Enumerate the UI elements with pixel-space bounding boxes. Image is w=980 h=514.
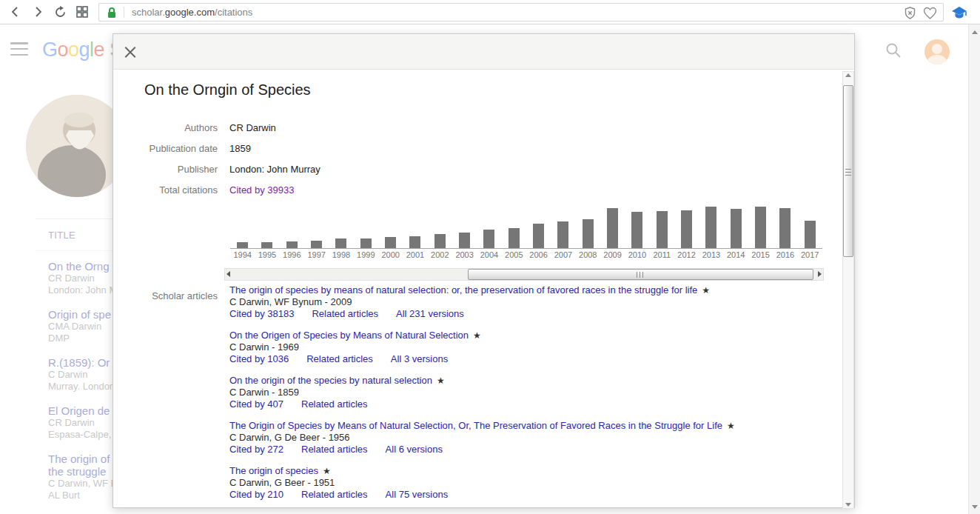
chart-bar-2002[interactable] [434,234,446,248]
article-title-link[interactable]: On the Origen of Species by Means of Nat… [229,330,469,341]
article-title-link[interactable]: The origin of species [229,465,318,476]
year-tick-label: 2007 [551,250,575,259]
chart-bar-2009[interactable] [607,208,618,248]
article-link[interactable]: Related articles [306,353,373,364]
year-tick-label: 2000 [378,250,403,259]
article-title-link[interactable]: The origin of species by means of natura… [229,284,697,296]
year-tick-label: 2012 [674,250,699,259]
scroll-right-icon[interactable] [818,271,822,277]
chart-bar-group [329,238,353,248]
article-link[interactable]: All 3 versions [391,353,448,364]
year-tick-label: 2011 [650,250,674,259]
save-star-icon[interactable]: ★ [437,376,445,386]
chart-bar-2007[interactable] [557,221,568,248]
total-citations-link[interactable]: Cited by 39933 [229,184,294,196]
screen: Google Sc TITLE On the Orng CR Darwin Lo… [0,0,980,514]
chart-bar-2015[interactable] [755,207,766,248]
back-button[interactable] [4,2,27,21]
article-link[interactable]: Cited by 272 [229,444,283,455]
publication-fields: AuthorsCR DarwinPublication date1859Publ… [113,117,320,200]
article-link[interactable]: All 75 versions [386,489,449,500]
publication-detail-modal: On the Orngin of Species AuthorsCR Darwi… [113,33,855,508]
chart-bar-2014[interactable] [731,209,742,248]
chart-bar-1999[interactable] [360,238,372,248]
chart-bar-2001[interactable] [409,236,420,248]
article-title-link[interactable]: The Origin of Species by Means of Natura… [229,420,722,431]
chart-bar-2000[interactable] [385,237,396,248]
chart-bar-2008[interactable] [583,219,594,248]
article-link[interactable]: Related articles [312,308,378,319]
chart-bar-2013[interactable] [705,207,716,248]
chart-bar-2010[interactable] [631,212,642,248]
save-star-icon[interactable]: ★ [473,330,481,341]
field-row: Publication date1859 [113,138,320,158]
bookmark-heart-icon[interactable] [923,7,937,20]
chart-bar-1994[interactable] [237,242,248,248]
article-link[interactable]: Cited by 1036 [229,353,289,364]
chart-bar-2006[interactable] [533,224,544,248]
article-links-row: Cited by 272Related articlesAll 6 versio… [229,444,755,455]
scroll-left-icon[interactable] [226,271,230,277]
article-title-line: The origin of species by means of natura… [229,284,755,296]
year-tick-label: 2010 [625,250,649,259]
scroll-down-icon[interactable] [969,501,980,513]
year-tick-label: 2006 [526,250,551,259]
chart-horizontal-scrollbar[interactable] [224,268,824,281]
horizontal-scrollbar-thumb[interactable] [468,269,813,280]
article-link[interactable]: Cited by 38183 [229,308,294,319]
save-star-icon[interactable]: ★ [323,466,331,476]
article-link[interactable]: All 231 versions [396,308,464,319]
year-tick-label: 2004 [477,250,501,259]
url-text[interactable]: scholar.google.com/citations [132,7,252,18]
article-link[interactable]: Related articles [301,444,368,455]
field-label: Publication date [113,143,218,154]
chart-bar-1997[interactable] [311,241,322,248]
save-star-icon[interactable]: ★ [727,421,735,431]
chart-bar-2004[interactable] [483,230,494,248]
tracking-protection-icon[interactable] [903,6,917,20]
reload-button[interactable] [49,2,71,21]
browser-page-scrollbar[interactable] [968,24,980,514]
chart-bar-1998[interactable] [335,238,346,248]
year-tick-label: 1995 [255,250,279,259]
article-link[interactable]: Cited by 407 [229,398,283,410]
year-tick-label: 2013 [699,250,723,259]
chart-bar-2016[interactable] [779,208,791,248]
article-byline: C Darwin, WF Bynum - 2009 [229,296,755,308]
chart-bar-2012[interactable] [681,210,692,248]
chart-bar-1995[interactable] [261,242,272,248]
article-link[interactable]: Related articles [301,398,368,410]
scroll-up-icon[interactable] [969,26,980,38]
modal-scroll-up-icon[interactable] [845,73,851,77]
article-link[interactable]: All 6 versions [386,444,443,455]
chart-bar-group [304,241,329,248]
article-title-line: On the origin of the species by natural … [229,375,755,387]
chart-bar-group [502,228,526,248]
chart-bar-2017[interactable] [805,221,816,248]
chart-bar-2005[interactable] [509,228,520,248]
scholar-extension-icon[interactable] [950,3,969,22]
modal-vertical-scrollbar[interactable] [842,71,854,509]
apps-grid-button[interactable] [71,2,93,21]
address-bar[interactable]: scholar.google.com/citations [98,3,944,21]
modal-scroll-down-icon[interactable] [845,503,851,507]
year-tick-label: 2002 [428,250,452,259]
article-title-link[interactable]: On the origin of the species by natural … [229,375,432,386]
chart-bar-1996[interactable] [286,241,298,248]
chart-bar-2011[interactable] [657,211,668,248]
chart-bar-2003[interactable] [459,233,470,248]
vertical-scrollbar-thumb[interactable] [843,85,853,257]
https-lock-icon[interactable] [107,7,117,19]
article-link[interactable]: Cited by 210 [229,489,283,500]
year-tick-label: 1996 [280,250,304,259]
save-star-icon[interactable]: ★ [702,285,710,296]
article-title-line: On the Origen of Species by Means of Nat… [229,330,755,341]
chart-bar-group [280,241,304,248]
article-title-line: The origin of species★ [229,465,755,477]
article-link[interactable]: Related articles [301,489,368,500]
article-title-line: The Origin of Species by Means of Natura… [229,420,755,432]
chart-bar-group [230,242,255,248]
year-tick-label: 1999 [354,250,378,259]
forward-button[interactable] [27,2,49,21]
close-icon[interactable] [123,45,137,59]
